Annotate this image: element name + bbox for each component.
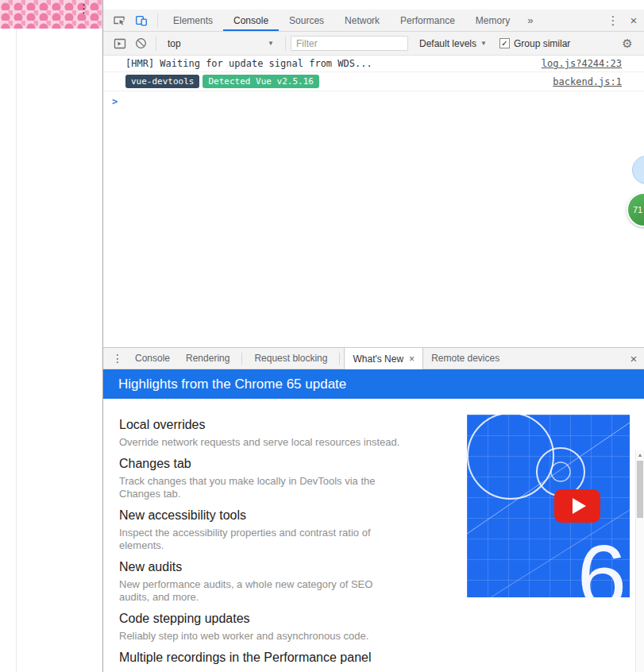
source-link[interactable]: backend.js:1 <box>553 76 622 87</box>
youtube-play-icon[interactable] <box>554 489 600 523</box>
vue-devtools-badge: vue-devtools <box>125 75 199 88</box>
feature-title: Multiple recordings in the Performance p… <box>119 651 402 665</box>
drawer-tab-console[interactable]: Console <box>127 348 178 369</box>
feature-description: Reliably step into web worker and asynch… <box>119 630 402 643</box>
whats-new-content: Local overrides Override network request… <box>103 399 644 672</box>
feature-section: Local overrides Override network request… <box>119 418 402 449</box>
execution-context-select[interactable]: top ▼ <box>161 32 280 55</box>
levels-value: Default levels <box>419 38 476 49</box>
devtools-main-toolbar: Elements Console Sources Network Perform… <box>103 10 644 32</box>
whats-new-sections: Local overrides Override network request… <box>119 418 402 672</box>
group-similar-checkbox[interactable]: ✓ <box>499 38 510 48</box>
drawer-toolbar: ⋮ Console Rendering Request blocking Wha… <box>103 348 644 369</box>
filter-input[interactable] <box>291 36 408 51</box>
feature-section: Multiple recordings in the Performance p… <box>119 651 402 665</box>
toolbar-separator <box>285 37 286 51</box>
console-toolbar: top ▼ Default levels ▼ ✓ Group similar ⚙ <box>103 32 644 56</box>
feature-section: New audits New performance audits, a who… <box>119 560 402 604</box>
clear-console-icon[interactable] <box>130 34 151 53</box>
tab-network[interactable]: Network <box>334 10 390 31</box>
devtools-menu-icon[interactable]: ⋮ <box>603 10 623 31</box>
context-value: top <box>168 38 181 49</box>
chevron-down-icon: ▼ <box>268 40 274 47</box>
tab-separator <box>241 353 242 365</box>
feature-description: Override network requests and serve loca… <box>119 436 402 449</box>
device-toolbar-icon[interactable] <box>130 10 152 31</box>
drawer-tab-request-blocking[interactable]: Request blocking <box>246 348 335 369</box>
screen: ⋮ Elements Console Sources Ne <box>0 0 644 672</box>
vue-badges: vue-devtools Detected Vue v2.5.16 <box>125 75 319 88</box>
console-messages: [HMR] Waiting for update signal from WDS… <box>103 56 644 347</box>
devtools-drawer: ⋮ Console Rendering Request blocking Wha… <box>103 347 644 672</box>
feature-description: Inspect the accessibility properties and… <box>119 527 402 552</box>
tab-memory[interactable]: Memory <box>465 10 520 31</box>
tab-console[interactable]: Console <box>223 10 279 31</box>
group-similar-label: Group similar <box>514 38 570 49</box>
tab-separator <box>339 353 340 365</box>
feature-title: New audits <box>119 560 402 574</box>
drawer-tab-whats-new[interactable]: What's New × <box>344 348 423 369</box>
feature-description: New performance audits, a whole new cate… <box>119 578 402 604</box>
video-thumbnail[interactable]: 6 <box>467 415 630 597</box>
tab-elements[interactable]: Elements <box>163 10 223 31</box>
scrollbar-thumb[interactable] <box>637 461 643 518</box>
drawer-tab-remote-devices[interactable]: Remote devices <box>423 348 507 369</box>
drawer-tab-label: What's New <box>353 353 403 365</box>
console-message-text: [HMR] Waiting for update signal from WDS… <box>125 58 372 69</box>
console-settings-gear-icon[interactable]: ⚙ <box>617 37 638 51</box>
feature-title: Code stepping updates <box>119 612 402 626</box>
scrollbar[interactable]: ▲ <box>635 450 644 672</box>
counter-value: 71 <box>633 205 642 214</box>
feature-title: Local overrides <box>119 418 402 432</box>
feature-description: Track changes that you make locally in D… <box>119 475 402 500</box>
check-icon: ✓ <box>501 40 507 48</box>
chevron-down-icon: ▼ <box>480 40 487 47</box>
console-sidebar-icon[interactable] <box>110 34 130 53</box>
feature-section: New accessibility tools Inspect the acce… <box>119 508 402 552</box>
feature-title: New accessibility tools <box>119 508 402 523</box>
drawer-close-icon[interactable]: × <box>623 348 644 369</box>
page-strip: ⋮ <box>0 0 102 672</box>
console-message-vue: vue-devtools Detected Vue v2.5.16 backen… <box>103 72 644 91</box>
page-menu-icon[interactable]: ⋮ <box>78 1 90 17</box>
console-prompt-chevron[interactable]: > <box>103 91 644 107</box>
tab-close-icon[interactable]: × <box>409 353 415 365</box>
source-link[interactable]: log.js?4244:23 <box>542 58 622 69</box>
tab-sources[interactable]: Sources <box>279 10 334 31</box>
log-levels-select[interactable]: Default levels ▼ <box>419 38 487 49</box>
feature-title: Changes tab <box>119 457 402 471</box>
more-tabs-icon[interactable]: » <box>520 14 540 26</box>
group-similar-setting: ✓ Group similar <box>499 38 570 49</box>
drawer-menu-icon[interactable]: ⋮ <box>108 352 127 365</box>
devtools-window: Elements Console Sources Network Perform… <box>102 0 644 672</box>
toolbar-right-actions: ⋮ × <box>603 10 644 31</box>
feature-section: Code stepping updates Reliably step into… <box>119 612 402 643</box>
toolbar-separator <box>156 37 156 51</box>
console-message-hmr: [HMR] Waiting for update signal from WDS… <box>103 56 644 72</box>
inspect-element-icon[interactable] <box>108 10 130 31</box>
feature-section: Changes tab Track changes that you make … <box>119 457 402 500</box>
tab-performance[interactable]: Performance <box>390 10 465 31</box>
whats-new-title: Highlights from the Chrome 65 update <box>118 377 346 392</box>
devtools-close-icon[interactable]: × <box>623 10 644 31</box>
drawer-tab-rendering[interactable]: Rendering <box>178 348 237 369</box>
toolbar-separator <box>157 14 158 28</box>
chrome-version-digit: 6 <box>577 532 627 597</box>
whats-new-header: Highlights from the Chrome 65 update <box>103 369 644 399</box>
vue-detected-badge: Detected Vue v2.5.16 <box>202 75 318 88</box>
page-divider <box>16 29 17 672</box>
scroll-up-icon[interactable]: ▲ <box>636 450 644 460</box>
